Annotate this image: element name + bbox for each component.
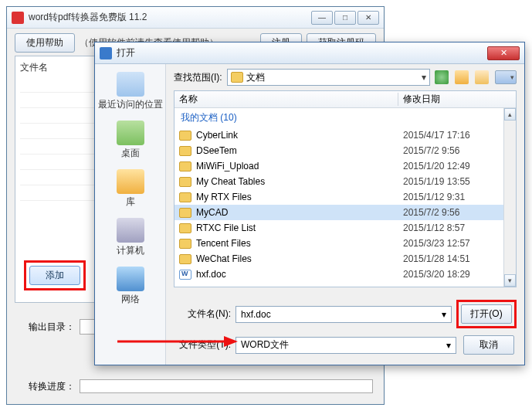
filename-label: 文件名(N):	[174, 307, 231, 321]
back-button[interactable]	[435, 70, 449, 84]
folder-icon	[179, 131, 191, 141]
outdir-label: 输出目录：	[29, 321, 75, 334]
help-button[interactable]: 使用帮助	[15, 33, 75, 53]
file-row[interactable]: RTXC File List2015/1/12 8:57	[175, 220, 503, 236]
file-date: 2015/1/28 14:51	[403, 253, 470, 264]
minimize-button[interactable]: —	[311, 11, 333, 25]
file-name: RTXC File List	[196, 222, 403, 233]
folder-icon	[179, 239, 191, 249]
file-row[interactable]: My Cheat Tables2015/1/19 13:55	[175, 174, 503, 189]
file-date: 2015/3/20 18:29	[403, 269, 470, 280]
file-name: WeChat Files	[196, 253, 403, 264]
view-button[interactable]: ▾	[495, 70, 517, 84]
file-row[interactable]: CyberLink2015/4/17 17:16	[175, 127, 503, 143]
file-name: CyberLink	[196, 130, 403, 141]
folder-icon	[179, 254, 191, 264]
file-date: 2015/1/20 12:49	[403, 161, 470, 172]
file-row[interactable]: MyCAD2015/7/2 9:56	[175, 205, 503, 220]
scroll-down-icon[interactable]: ▾	[504, 274, 516, 287]
app-icon	[12, 12, 24, 24]
scroll-up-icon[interactable]: ▴	[504, 108, 516, 121]
file-name: hxf.doc	[196, 269, 403, 280]
col-name[interactable]: 名称	[175, 93, 398, 106]
scrollbar[interactable]: ▴ ▾	[503, 108, 516, 287]
mydocs-link[interactable]: 我的文档 (10)	[175, 108, 503, 127]
file-name: MyCAD	[196, 207, 403, 218]
places-bar: 最近访问的位置 桌面 库 计算机 网络	[95, 64, 166, 365]
file-date: 2015/4/17 17:16	[403, 130, 470, 141]
up-button[interactable]	[455, 70, 469, 84]
file-date: 2015/1/19 13:55	[403, 176, 470, 187]
place-network[interactable]: 网络	[95, 262, 165, 311]
file-name: My Cheat Tables	[196, 176, 403, 187]
dialog-icon	[100, 47, 112, 59]
main-titlebar: word转pdf转换器免费版 11.2 — □ ✕	[7, 7, 384, 29]
chevron-down-icon: ▾	[442, 309, 446, 320]
file-row[interactable]: Tencent Files2015/3/23 12:57	[175, 236, 503, 251]
file-row[interactable]: WeChat Files2015/1/28 14:51	[175, 251, 503, 267]
file-date: 2015/7/2 9:56	[403, 207, 459, 218]
main-close-button[interactable]: ✕	[357, 11, 379, 25]
place-library[interactable]: 库	[95, 165, 165, 213]
folder-icon	[179, 146, 191, 156]
maximize-button[interactable]: □	[334, 11, 356, 25]
progress-label: 转换进度：	[29, 380, 75, 393]
folder-icon	[179, 192, 191, 202]
dialog-close-button[interactable]: ✕	[487, 46, 520, 60]
folder-icon	[179, 208, 191, 218]
newfolder-button[interactable]	[475, 70, 489, 84]
main-title-text: word转pdf转换器免费版 11.2	[29, 11, 311, 24]
word-file-icon	[179, 270, 191, 280]
chevron-down-icon: ▾	[422, 72, 426, 83]
file-date: 2015/7/2 9:56	[403, 145, 459, 156]
open-dialog: 打开 ✕ 最近访问的位置 桌面 库 计算机 网络 查找范围(I): 文档 ▾ ▾	[94, 42, 525, 365]
lookin-combo[interactable]: 文档 ▾	[227, 69, 430, 86]
chevron-down-icon: ▾	[446, 340, 451, 351]
file-row[interactable]: DSeeTem2015/7/2 9:56	[175, 143, 503, 158]
file-name: MiWiFi_Upload	[196, 161, 403, 172]
dialog-title-text: 打开	[117, 46, 487, 59]
filename-input[interactable]: hxf.doc▾	[236, 306, 452, 323]
file-name: DSeeTem	[196, 145, 403, 156]
filetype-combo[interactable]: WORD文件▾	[236, 337, 456, 354]
dialog-titlebar: 打开 ✕	[95, 42, 524, 64]
desktop-icon	[117, 121, 144, 145]
place-computer[interactable]: 计算机	[95, 213, 165, 262]
add-highlight: 添加	[24, 260, 86, 290]
open-button[interactable]: 打开(O)	[461, 304, 512, 324]
col-date[interactable]: 修改日期	[398, 93, 516, 106]
network-icon	[117, 267, 144, 291]
file-name: My RTX Files	[196, 192, 403, 202]
file-date: 2015/3/23 12:57	[403, 238, 470, 249]
file-name: Tencent Files	[196, 238, 403, 249]
open-highlight: 打开(O)	[456, 300, 517, 328]
file-row[interactable]: hxf.doc2015/3/20 18:29	[175, 267, 503, 282]
place-recent[interactable]: 最近访问的位置	[95, 67, 165, 116]
place-desktop[interactable]: 桌面	[95, 116, 165, 165]
computer-icon	[117, 218, 144, 243]
folder-icon	[179, 161, 191, 172]
cancel-button[interactable]: 取消	[463, 335, 514, 355]
progress-bar	[80, 379, 373, 393]
file-row[interactable]: MiWiFi_Upload2015/1/20 12:49	[175, 158, 503, 174]
add-button[interactable]: 添加	[29, 266, 80, 285]
chevron-down-icon: ▾	[510, 73, 514, 81]
filetype-label: 文件类型(T):	[174, 338, 231, 352]
file-row[interactable]: My RTX Files2015/1/12 9:31	[175, 189, 503, 205]
file-date: 2015/1/12 8:57	[403, 222, 465, 233]
folder-icon	[179, 177, 191, 187]
folder-icon	[179, 223, 191, 233]
library-icon	[117, 169, 144, 194]
file-date: 2015/1/12 9:31	[403, 192, 465, 202]
file-list: 名称 修改日期 我的文档 (10) CyberLink2015/4/17 17:…	[174, 90, 517, 287]
recent-icon	[117, 72, 144, 97]
lookin-label: 查找范围(I):	[174, 71, 222, 84]
folder-icon	[231, 72, 243, 83]
